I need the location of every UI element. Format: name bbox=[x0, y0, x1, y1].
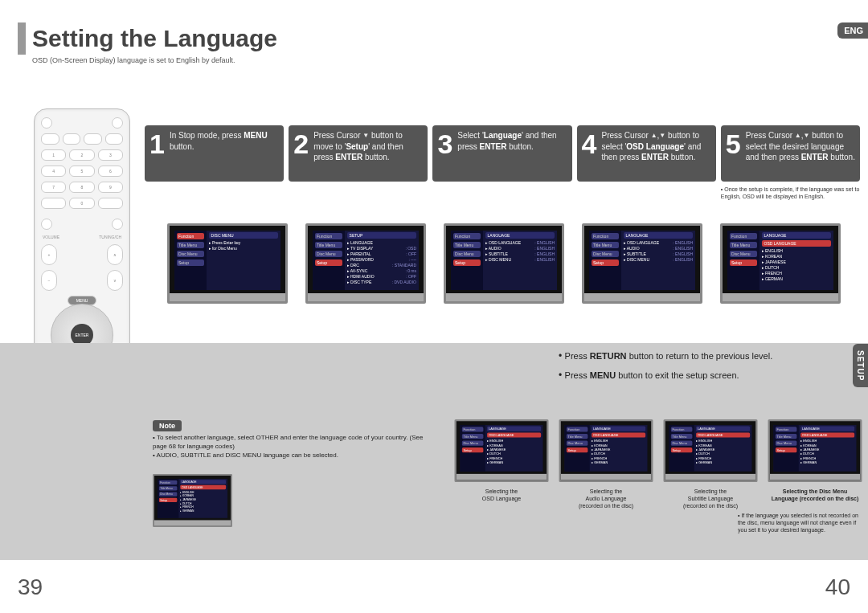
lower-caption: Selecting theOSD Language bbox=[482, 488, 521, 503]
step-text: Select 'Language' and then press ENTER b… bbox=[457, 130, 567, 152]
lower-screen-item: FunctionTitle MenuDisc MenuSetupLANGUAGE… bbox=[768, 419, 862, 509]
step-box-2: 2Press Cursor ▼ button to move to 'Setup… bbox=[289, 125, 428, 182]
section-tab-setup: SETUP bbox=[853, 344, 868, 387]
tv-screenshot: FunctionTitle MenuDisc MenuSetupLANGUAGE… bbox=[720, 223, 841, 304]
return-hint: Press RETURN button to return to the pre… bbox=[559, 350, 828, 362]
step-box-1: 1In Stop mode, press MENU button. bbox=[145, 125, 284, 182]
step-hint: Once the setup is complete, if the langu… bbox=[721, 186, 860, 201]
page-title: Setting the Language bbox=[32, 25, 277, 52]
step-box-5: 5Press Cursor ▲,▼ button to select the d… bbox=[721, 125, 860, 182]
lower-caption: Selecting theAudio Language(recorded on … bbox=[579, 488, 633, 509]
menu-hint: Press MENU button to exit the setup scre… bbox=[559, 370, 828, 381]
step-text: Press Cursor ▲,▼ button to select 'OSD L… bbox=[602, 130, 711, 163]
lower-screen-item: FunctionTitle MenuDisc MenuSetupLANGUAGE… bbox=[559, 419, 653, 509]
page-number-left: 39 bbox=[18, 574, 43, 600]
page-number-right: 40 bbox=[825, 574, 850, 600]
tv-screenshot: FunctionTitle MenuDisc MenuSetupSETUP▸ L… bbox=[305, 223, 426, 304]
tv-screenshot: FunctionTitle MenuDisc MenuSetupLANGUAGE… bbox=[768, 419, 862, 482]
steps-row: 1In Stop mode, press MENU button.2Press … bbox=[145, 125, 860, 201]
lower-screens: FunctionTitle MenuDisc MenuSetupLANGUAGE… bbox=[454, 419, 860, 509]
step-number: 3 bbox=[437, 130, 452, 157]
tv-screenshot: FunctionTitle MenuDisc MenuSetupLANGUAGE… bbox=[664, 419, 758, 482]
step-text: Press Cursor ▼ button to move to 'Setup'… bbox=[313, 130, 423, 163]
lower-caption: Selecting the Disc MenuLanguage (recorde… bbox=[772, 488, 859, 503]
return-menu-hints: Press RETURN button to return to the pre… bbox=[559, 350, 828, 381]
tv-screenshot: FunctionTitle MenuDisc MenuSetupLANGUAGE… bbox=[455, 419, 549, 482]
title-accent bbox=[18, 22, 26, 55]
lower-caption: Selecting theSubtitle Language(recorded … bbox=[683, 488, 738, 509]
step-number: 4 bbox=[582, 130, 597, 157]
step-box-3: 3Select 'Language' and then press ENTER … bbox=[432, 125, 571, 182]
step-box-4: 4Press Cursor ▲,▼ button to select 'OSD … bbox=[577, 125, 716, 182]
step-screens: FunctionTitle MenuDisc MenuSetupDISC MEN… bbox=[167, 223, 860, 304]
tv-screenshot: FunctionTitle MenuDisc MenuSetupLANGUAGE… bbox=[153, 474, 232, 527]
step-number: 1 bbox=[149, 130, 165, 157]
tv-screenshot: FunctionTitle MenuDisc MenuSetupLANGUAGE… bbox=[444, 223, 564, 304]
note-text: To select another language, select OTHER… bbox=[153, 434, 438, 460]
lower-footnote: If the language you selected is not reco… bbox=[738, 513, 862, 533]
lower-screen-item: FunctionTitle MenuDisc MenuSetupLANGUAGE… bbox=[454, 419, 549, 509]
note-tv: FunctionTitle MenuDisc MenuSetupLANGUAGE… bbox=[153, 474, 232, 527]
page-subtitle: OSD (On-Screen Display) language is set … bbox=[32, 56, 860, 64]
step-number: 5 bbox=[726, 130, 741, 157]
tv-screenshot: FunctionTitle MenuDisc MenuSetupLANGUAGE… bbox=[582, 223, 702, 304]
lower-screen-item: FunctionTitle MenuDisc MenuSetupLANGUAGE… bbox=[663, 419, 758, 509]
step-text: Press Cursor ▲,▼ button to select the de… bbox=[746, 130, 855, 163]
step-text: In Stop mode, press MENU button. bbox=[170, 130, 279, 152]
header: Setting the Language OSD (On-Screen Disp… bbox=[18, 22, 860, 64]
tv-screenshot: FunctionTitle MenuDisc MenuSetupDISC MEN… bbox=[167, 223, 288, 304]
tv-screenshot: FunctionTitle MenuDisc MenuSetupLANGUAGE… bbox=[559, 419, 653, 482]
note-label: Note bbox=[153, 420, 182, 431]
step-number: 2 bbox=[293, 130, 309, 157]
manual-spread: ENG Setting the Language OSD (On-Screen … bbox=[0, 0, 868, 613]
